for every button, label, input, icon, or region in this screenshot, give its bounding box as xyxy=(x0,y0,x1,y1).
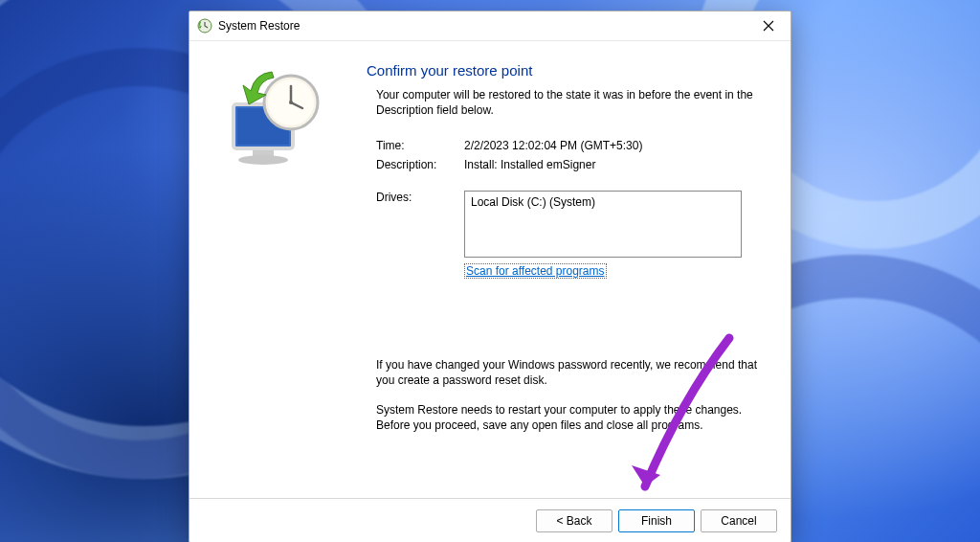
drives-row: Drives: Local Disk (C:) (System) xyxy=(367,191,762,258)
notes-section: If you have changed your Windows passwor… xyxy=(367,357,762,433)
titlebar: System Restore xyxy=(189,11,791,40)
password-note: If you have changed your Windows passwor… xyxy=(376,357,762,388)
dialog-footer: < Back Finish Cancel xyxy=(189,498,791,542)
back-button[interactable]: < Back xyxy=(536,509,612,532)
scan-affected-programs-link[interactable]: Scan for affected programs xyxy=(464,263,607,279)
system-restore-dialog: System Restore xyxy=(189,11,791,542)
restore-graphic-icon xyxy=(216,62,331,177)
left-pane xyxy=(189,41,357,498)
page-heading: Confirm your restore point xyxy=(367,62,762,79)
svg-point-4 xyxy=(238,155,288,165)
close-button[interactable] xyxy=(746,11,791,40)
svg-point-7 xyxy=(289,101,293,104)
intro-text: Your computer will be restored to the st… xyxy=(367,88,762,118)
time-row: Time: 2/2/2023 12:02:04 PM (GMT+5:30) xyxy=(367,139,762,152)
time-label: Time: xyxy=(376,139,464,152)
dialog-body: Confirm your restore point Your computer… xyxy=(189,40,791,498)
cancel-button[interactable]: Cancel xyxy=(701,509,777,532)
drives-label: Drives: xyxy=(376,191,464,258)
window-title: System Restore xyxy=(218,19,300,33)
time-value: 2/2/2023 12:02:04 PM (GMT+5:30) xyxy=(464,139,762,152)
description-value: Install: Installed emSigner xyxy=(464,158,762,171)
main-content: Confirm your restore point Your computer… xyxy=(357,41,791,498)
finish-button[interactable]: Finish xyxy=(618,509,695,532)
drive-item: Local Disk (C:) (System) xyxy=(471,195,595,209)
drives-listbox[interactable]: Local Disk (C:) (System) xyxy=(464,191,742,258)
restart-note: System Restore needs to restart your com… xyxy=(376,402,762,433)
description-row: Description: Install: Installed emSigner xyxy=(367,158,762,171)
close-icon xyxy=(763,20,774,32)
description-label: Description: xyxy=(376,158,464,171)
system-restore-icon xyxy=(197,18,212,34)
